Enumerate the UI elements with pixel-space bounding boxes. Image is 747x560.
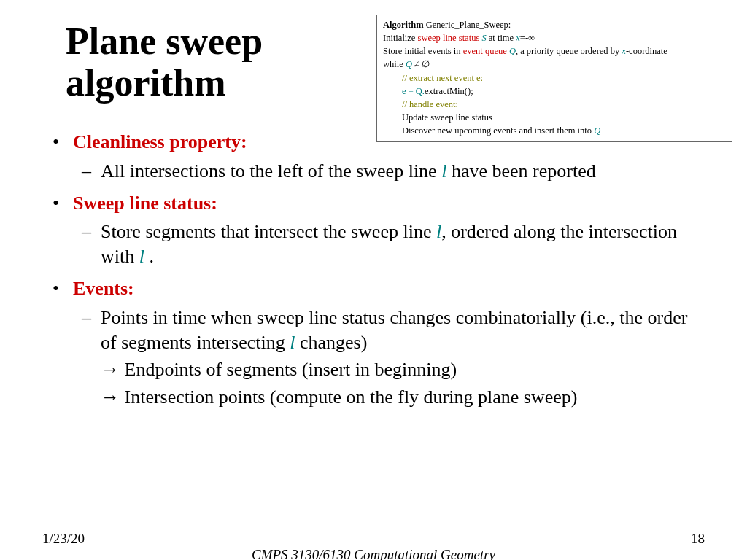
algorithm-box: Algorithm Generic_Plane_Sweep: Initializ… bbox=[376, 15, 732, 142]
sub-item: Points in time when sweep line status ch… bbox=[101, 306, 708, 355]
bullet-sweep-status: Sweep line status: Store segments that i… bbox=[73, 191, 708, 269]
t: , a priority queue ordered by bbox=[516, 46, 622, 56]
algo-line-5: e = Q.extractMin(); bbox=[402, 85, 726, 98]
t: ≠ ∅ bbox=[412, 59, 430, 69]
t: event queue bbox=[463, 46, 507, 56]
t: Store initial events in bbox=[383, 46, 463, 56]
bullet-list: Cleanliness property: All intersections … bbox=[44, 130, 708, 410]
algo-header-prefix: Algorithm bbox=[383, 20, 424, 30]
t: Points in time when sweep line status ch… bbox=[101, 307, 687, 353]
bullet-head: Sweep line status: bbox=[73, 192, 217, 214]
algo-header: Algorithm Generic_Plane_Sweep: bbox=[383, 18, 726, 31]
var-Q: Q bbox=[406, 59, 412, 69]
footer-date: 1/23/20 bbox=[42, 531, 85, 547]
bullet-cleanliness: Cleanliness property: All intersections … bbox=[73, 130, 708, 184]
t: . bbox=[144, 246, 154, 267]
var-Q: Q bbox=[509, 46, 516, 56]
algo-comment-1: // extract next event e: bbox=[402, 71, 726, 85]
algo-line-3: while Q ≠ ∅ bbox=[383, 58, 726, 71]
t: All intersections to the left of the swe… bbox=[101, 160, 441, 182]
bullet-head: Events: bbox=[73, 278, 134, 299]
t: changes) bbox=[295, 332, 367, 353]
bullet-head: Cleanliness property: bbox=[73, 131, 247, 152]
t: have been reported bbox=[446, 160, 595, 182]
var-l: l bbox=[139, 246, 144, 267]
slide: Plane sweep algorithm Algorithm Generic_… bbox=[0, 0, 747, 560]
title-line-1: Plane sweep bbox=[66, 20, 263, 62]
t: Initialize bbox=[383, 33, 418, 43]
sub-item: → Endpoints of segments (insert in begin… bbox=[101, 357, 708, 382]
footer-course: CMPS 3130/6130 Computational Geometry bbox=[0, 547, 747, 560]
t: Store segments that intersect the sweep … bbox=[101, 221, 436, 242]
algo-line-1: Initialize sweep line status S at time x… bbox=[383, 31, 726, 44]
sub-item: Store segments that intersect the sweep … bbox=[101, 219, 708, 269]
sub-list: All intersections to the left of the swe… bbox=[73, 159, 708, 184]
title-line-2: algorithm bbox=[66, 62, 226, 104]
algo-line-2: Store initial events in event queue Q, a… bbox=[383, 44, 726, 58]
t: -coordinate bbox=[626, 46, 667, 56]
sub-list: Store segments that intersect the sweep … bbox=[73, 219, 708, 269]
slide-title: Plane sweep algorithm bbox=[66, 20, 372, 104]
slide-body: Cleanliness property: All intersections … bbox=[44, 125, 708, 417]
t: sweep line status bbox=[418, 33, 480, 43]
footer-page: 18 bbox=[691, 531, 705, 547]
t: =-∞ bbox=[520, 33, 535, 43]
t: at time bbox=[487, 33, 516, 43]
sub-item: → Intersection points (compute on the fl… bbox=[101, 385, 708, 410]
algo-comment-2: // handle event: bbox=[402, 98, 726, 111]
bullet-events: Events: Points in time when sweep line s… bbox=[73, 276, 708, 410]
algo-line-7: Update sweep line status bbox=[402, 111, 726, 124]
sub-item: All intersections to the left of the swe… bbox=[101, 159, 708, 184]
algo-header-name: Generic_Plane_Sweep: bbox=[424, 20, 511, 30]
sub-list: Points in time when sweep line status ch… bbox=[73, 306, 708, 410]
t: while bbox=[383, 59, 406, 69]
t: extractMin(); bbox=[425, 86, 473, 96]
t: e = Q. bbox=[402, 86, 425, 96]
